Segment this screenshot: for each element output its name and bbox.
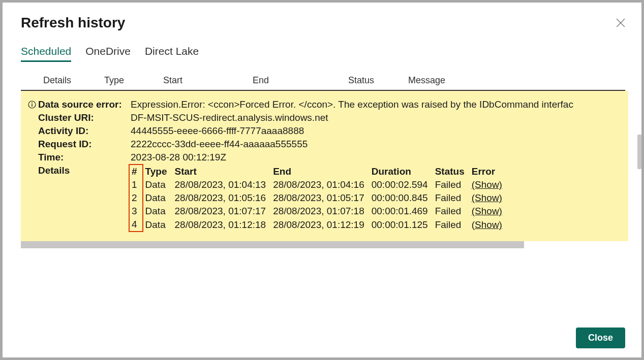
col-start: Start (163, 75, 253, 86)
tab-scheduled[interactable]: Scheduled (21, 45, 71, 62)
svg-rect-2 (32, 104, 32, 107)
th-start: Start (173, 165, 271, 178)
cell-end: 28/08/2023, 01:12:19 (271, 218, 370, 232)
cell-start: 28/08/2023, 01:12:18 (173, 218, 271, 232)
table-row: 2 Data 28/08/2023, 01:05:16 28/08/2023, … (129, 191, 507, 205)
cell-type: Data (143, 218, 173, 232)
label-activity-id: Activity ID: (38, 125, 131, 137)
scrollbar-horizontal[interactable] (21, 241, 524, 248)
table-row: 4 Data 28/08/2023, 01:12:18 28/08/2023, … (129, 218, 507, 232)
label-cluster-uri: Cluster URI: (38, 112, 131, 123)
cell-num: 2 (129, 191, 143, 205)
show-link[interactable]: (Show) (472, 179, 502, 190)
dialog-footer: Close (576, 328, 625, 348)
th-status: Status (433, 165, 470, 178)
cell-type: Data (143, 205, 173, 218)
show-link[interactable]: (Show) (472, 219, 502, 230)
cell-duration: 00:00:02.594 (370, 178, 433, 191)
cell-end: 28/08/2023, 01:05:17 (271, 191, 370, 205)
cell-num: 1 (129, 178, 143, 191)
col-type: Type (104, 75, 163, 86)
details-table: # Type Start End Duration Status Error 1… (129, 164, 508, 232)
show-link[interactable]: (Show) (472, 206, 502, 216)
tab-directlake[interactable]: Direct Lake (145, 45, 199, 62)
th-error: Error (470, 165, 507, 178)
th-type: Type (143, 165, 173, 178)
scrollbar-vertical[interactable] (637, 135, 641, 169)
table-row: 1 Data 28/08/2023, 01:04:13 28/08/2023, … (129, 178, 507, 191)
value-time: 2023-08-28 00:12:19Z (131, 152, 628, 163)
value-activity-id: 44445555-eeee-6666-ffff-7777aaaa8888 (131, 125, 628, 137)
close-icon[interactable] (616, 18, 625, 27)
dialog-header: Refresh history (3, 15, 641, 35)
dialog-title: Refresh history (21, 15, 125, 31)
cell-end: 28/08/2023, 01:07:18 (271, 205, 370, 218)
th-duration: Duration (370, 165, 433, 178)
col-end: End (253, 75, 348, 86)
cell-end: 28/08/2023, 01:04:16 (271, 178, 370, 191)
th-end: End (271, 165, 370, 178)
th-num: # (129, 165, 143, 178)
col-message: Message (408, 75, 625, 86)
cell-start: 28/08/2023, 01:04:13 (173, 178, 271, 191)
cell-status: Failed (433, 205, 470, 218)
cell-start: 28/08/2023, 01:05:16 (173, 191, 271, 205)
tab-onedrive[interactable]: OneDrive (85, 45, 131, 62)
info-icon (26, 99, 38, 110)
close-button[interactable]: Close (576, 328, 625, 348)
table-row: 3 Data 28/08/2023, 01:07:17 28/08/2023, … (129, 205, 507, 218)
tabs: Scheduled OneDrive Direct Lake (3, 35, 641, 62)
label-time: Time: (38, 152, 131, 163)
label-request-id: Request ID: (38, 139, 131, 150)
value-request-id: 2222cccc-33dd-eeee-ff44-aaaaaa555555 (131, 139, 628, 150)
cell-duration: 00:00:00.845 (370, 191, 433, 205)
cell-duration: 00:00:01.125 (370, 218, 433, 232)
details-header-row: # Type Start End Duration Status Error (129, 165, 507, 178)
cell-num: 3 (129, 205, 143, 218)
cell-num: 4 (129, 218, 143, 232)
column-headers: Details Type Start End Status Message (21, 62, 625, 91)
refresh-history-dialog: Refresh history Scheduled OneDrive Direc… (3, 3, 641, 357)
col-status: Status (348, 75, 408, 86)
col-details: Details (43, 75, 104, 86)
cell-start: 28/08/2023, 01:07:17 (173, 205, 271, 218)
label-data-source-error: Data source error: (38, 99, 131, 110)
error-panel: Data source error: Expression.Error: <cc… (21, 91, 628, 241)
cell-status: Failed (433, 218, 470, 232)
cell-status: Failed (433, 178, 470, 191)
cell-type: Data (143, 178, 173, 191)
svg-point-1 (32, 103, 33, 104)
value-cluster-uri: DF-MSIT-SCUS-redirect.analysis.windows.n… (131, 112, 628, 123)
value-data-source-error: Expression.Error: <ccon>Forced Error. </… (131, 99, 628, 110)
cell-type: Data (143, 191, 173, 205)
cell-status: Failed (433, 191, 470, 205)
cell-duration: 00:00:01.469 (370, 205, 433, 218)
label-details: Details (38, 165, 131, 176)
show-link[interactable]: (Show) (472, 192, 502, 203)
